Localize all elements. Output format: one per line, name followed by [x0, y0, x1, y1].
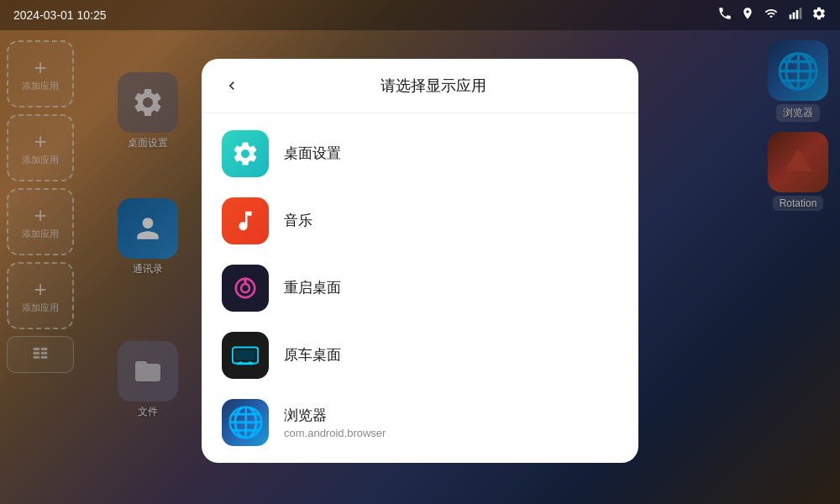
- location-icon: [741, 6, 754, 24]
- modal-overlay: 请选择显示应用 桌面设置 音乐: [0, 0, 840, 504]
- signal-icon: [788, 7, 803, 24]
- modal-music-text: 音乐: [284, 211, 312, 230]
- app-select-modal: 请选择显示应用 桌面设置 音乐: [202, 59, 638, 463]
- svg-rect-1: [793, 13, 795, 19]
- modal-item-browser[interactable]: 🌐 浏览器 com.android.browser: [202, 389, 638, 456]
- modal-browser-subtitle: com.android.browser: [284, 427, 386, 439]
- modal-browser-icon: 🌐: [222, 399, 269, 446]
- datetime: 2024-03-01 10:25: [13, 8, 107, 22]
- wifi-icon: [763, 7, 780, 24]
- modal-settings-name: 桌面设置: [284, 144, 341, 163]
- modal-car-name: 原车桌面: [284, 345, 341, 365]
- modal-car-text: 原车桌面: [284, 345, 341, 365]
- modal-item-music[interactable]: 音乐: [202, 187, 638, 255]
- modal-browser-text: 浏览器 com.android.browser: [284, 406, 386, 439]
- modal-browser-name: 浏览器: [284, 406, 386, 425]
- modal-car-icon: [222, 332, 269, 379]
- modal-settings-text: 桌面设置: [284, 144, 341, 163]
- gear-icon[interactable]: [811, 6, 827, 24]
- svg-rect-0: [790, 14, 792, 18]
- browser-globe-emoji: 🌐: [227, 399, 265, 446]
- svg-rect-2: [796, 10, 799, 19]
- modal-app-list: 桌面设置 音乐: [202, 113, 638, 463]
- status-bar-left: 2024-03-01 10:25: [13, 8, 107, 22]
- modal-back-button[interactable]: [218, 72, 245, 99]
- svg-rect-17: [237, 363, 255, 365]
- svg-rect-14: [235, 349, 256, 360]
- modal-item-car[interactable]: 原车桌面: [202, 322, 638, 389]
- modal-item-desktop-settings[interactable]: 桌面设置: [202, 120, 638, 187]
- svg-rect-3: [800, 8, 802, 18]
- modal-restart-text: 重启桌面: [284, 278, 341, 297]
- modal-header: 请选择显示应用: [202, 59, 638, 113]
- modal-restart-icon: [222, 265, 269, 312]
- modal-settings-icon: [222, 130, 269, 177]
- modal-restart-name: 重启桌面: [284, 278, 341, 297]
- modal-title: 请选择显示应用: [245, 76, 622, 96]
- modal-music-icon: [222, 197, 269, 244]
- status-bar: 2024-03-01 10:25: [0, 0, 840, 30]
- phone-icon: [717, 6, 732, 24]
- modal-item-restart[interactable]: 重启桌面: [202, 255, 638, 322]
- modal-music-name: 音乐: [284, 211, 312, 230]
- status-bar-right: [717, 6, 827, 24]
